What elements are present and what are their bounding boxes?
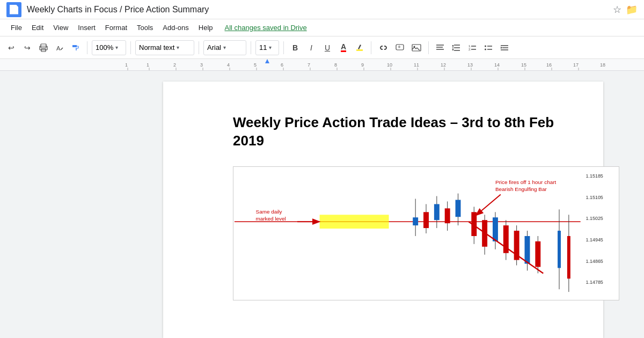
zoom-select[interactable]: 100% ▾ bbox=[92, 40, 126, 55]
sidebar-left bbox=[0, 71, 122, 338]
link-button[interactable] bbox=[376, 40, 391, 55]
paint-format-button[interactable] bbox=[69, 40, 83, 55]
svg-text:Price fires off 1 hour chart: Price fires off 1 hour chart bbox=[495, 179, 556, 185]
toolbar: ↩ ↪ A 100% ▾ Normal text ▾ Arial ▾ 11 ▾ … bbox=[0, 36, 644, 59]
image-button[interactable] bbox=[409, 40, 424, 55]
font-select[interactable]: Arial ▾ bbox=[203, 40, 246, 55]
svg-point-21 bbox=[485, 48, 486, 50]
ruler: 1 1 2 3 4 5 6 7 8 9 10 11 12 13 14 15 16… bbox=[0, 59, 644, 71]
document-heading[interactable]: Weekly Price Action Trade Ideas – 3rd to… bbox=[233, 114, 560, 150]
size-arrow: ▾ bbox=[269, 45, 272, 50]
svg-text:1.15105: 1.15105 bbox=[586, 194, 603, 200]
svg-rect-76 bbox=[423, 212, 429, 228]
menu-file[interactable]: File bbox=[6, 21, 26, 34]
zoom-value: 100% bbox=[96, 43, 113, 52]
svg-text:1.14865: 1.14865 bbox=[586, 258, 603, 263]
svg-rect-80 bbox=[445, 208, 450, 223]
doc-icon bbox=[6, 2, 21, 17]
saved-status: All changes saved in Drive bbox=[225, 24, 307, 32]
svg-text:marked level: marked level bbox=[256, 216, 286, 222]
document-area[interactable]: Weekly Price Action Trade Ideas – 3rd to… bbox=[122, 71, 644, 338]
svg-text:2.: 2. bbox=[469, 48, 471, 51]
size-select[interactable]: 11 ▾ bbox=[255, 40, 279, 55]
menu-addons[interactable]: Add-ons bbox=[158, 21, 193, 34]
menu-format[interactable]: Format bbox=[101, 21, 131, 34]
svg-point-19 bbox=[485, 45, 486, 47]
main-area: Weekly Price Action Trade Ideas – 3rd to… bbox=[0, 71, 644, 338]
svg-text:1.15025: 1.15025 bbox=[586, 216, 603, 221]
spell-check-button[interactable]: A bbox=[53, 40, 67, 55]
style-value: Normal text bbox=[139, 43, 174, 52]
folder-icon[interactable]: 📁 bbox=[626, 4, 638, 16]
svg-rect-4 bbox=[356, 49, 363, 51]
bullet-list-button[interactable] bbox=[481, 40, 495, 55]
indent-button[interactable] bbox=[497, 40, 511, 55]
svg-text:Same daily: Same daily bbox=[256, 209, 282, 215]
chart-svg: 1.15185 1.15105 1.15025 1.14945 1.14865 … bbox=[233, 167, 619, 300]
undo-button[interactable]: ↩ bbox=[4, 40, 18, 55]
divider-1 bbox=[87, 41, 87, 54]
font-color-label: A bbox=[341, 43, 346, 52]
document-page[interactable]: Weekly Price Action Trade Ideas – 3rd to… bbox=[163, 82, 603, 338]
divider-3 bbox=[199, 41, 199, 54]
numbered-list-button[interactable]: 1.2. bbox=[465, 40, 479, 55]
style-arrow: ▾ bbox=[177, 45, 179, 50]
menu-bar: File Edit View Insert Format Tools Add-o… bbox=[0, 19, 644, 36]
font-color-button[interactable]: A bbox=[336, 40, 350, 55]
svg-text:9: 9 bbox=[361, 62, 364, 68]
svg-rect-74 bbox=[413, 217, 418, 225]
font-value: Arial bbox=[207, 43, 221, 52]
bold-button[interactable]: B bbox=[288, 40, 302, 55]
svg-text:1.14785: 1.14785 bbox=[586, 280, 603, 285]
zoom-arrow: ▾ bbox=[115, 45, 118, 50]
svg-text:13: 13 bbox=[467, 62, 473, 68]
svg-text:4: 4 bbox=[227, 62, 230, 68]
svg-text:18: 18 bbox=[600, 62, 605, 68]
svg-rect-88 bbox=[493, 217, 498, 241]
svg-text:+: + bbox=[398, 44, 401, 50]
svg-rect-98 bbox=[558, 231, 561, 268]
svg-text:A: A bbox=[56, 45, 61, 52]
svg-text:8: 8 bbox=[334, 62, 337, 68]
menu-edit[interactable]: Edit bbox=[27, 21, 48, 34]
svg-text:11: 11 bbox=[414, 62, 419, 68]
svg-text:7: 7 bbox=[308, 62, 310, 68]
comment-button[interactable]: + bbox=[393, 40, 407, 55]
divider-7 bbox=[428, 41, 429, 54]
ruler-area: 1 1 2 3 4 5 6 7 8 9 10 11 12 13 14 15 16… bbox=[122, 59, 644, 70]
svg-text:1: 1 bbox=[125, 62, 128, 68]
page-title: Weekly Charts in Focus / Price Action Su… bbox=[27, 5, 613, 14]
svg-marker-63 bbox=[265, 59, 269, 63]
svg-text:1: 1 bbox=[147, 62, 149, 68]
menu-tools[interactable]: Tools bbox=[133, 21, 157, 34]
svg-text:14: 14 bbox=[494, 62, 500, 68]
svg-text:16: 16 bbox=[546, 62, 552, 68]
line-spacing-button[interactable] bbox=[449, 40, 463, 55]
svg-rect-96 bbox=[535, 241, 540, 267]
svg-text:15: 15 bbox=[521, 62, 526, 68]
divider-5 bbox=[283, 41, 284, 54]
font-arrow: ▾ bbox=[223, 45, 226, 50]
svg-rect-78 bbox=[434, 204, 440, 220]
menu-help[interactable]: Help bbox=[194, 21, 217, 34]
svg-rect-82 bbox=[456, 200, 461, 217]
svg-text:1.14945: 1.14945 bbox=[586, 237, 603, 242]
redo-button[interactable]: ↪ bbox=[20, 40, 34, 55]
menu-view[interactable]: View bbox=[49, 21, 72, 34]
svg-text:2: 2 bbox=[173, 62, 176, 68]
divider-2 bbox=[130, 41, 131, 54]
svg-text:Bearish Engulfing Bar: Bearish Engulfing Bar bbox=[495, 186, 547, 192]
svg-text:3: 3 bbox=[200, 62, 203, 68]
title-bar: Weekly Charts in Focus / Price Action Su… bbox=[0, 0, 644, 19]
svg-rect-100 bbox=[567, 236, 570, 278]
italic-button[interactable]: I bbox=[304, 40, 318, 55]
print-button[interactable] bbox=[36, 40, 50, 55]
underline-button[interactable]: U bbox=[320, 40, 334, 55]
menu-insert[interactable]: Insert bbox=[74, 21, 100, 34]
svg-rect-94 bbox=[525, 236, 530, 264]
style-select[interactable]: Normal text ▾ bbox=[135, 40, 194, 55]
chart-container: 1.15185 1.15105 1.15025 1.14945 1.14865 … bbox=[233, 166, 619, 300]
align-button[interactable] bbox=[433, 40, 447, 55]
star-icon[interactable]: ☆ bbox=[613, 4, 621, 16]
highlight-button[interactable] bbox=[353, 40, 367, 55]
